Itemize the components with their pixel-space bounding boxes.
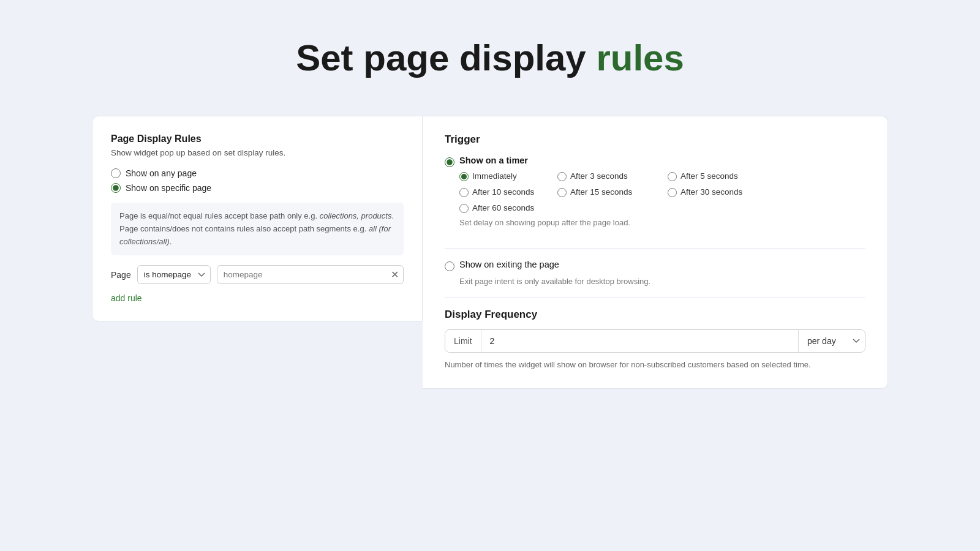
timer-after10-label: After 10 seconds [472,187,534,197]
left-panel-title: Page Display Rules [111,133,404,144]
show-on-timer-radio[interactable] [445,157,454,167]
left-panel: Page Display Rules Show widget pop up ba… [92,116,423,321]
timer-immediately-radio[interactable] [459,172,469,181]
timer-immediately-option[interactable]: Immediately [459,170,557,181]
timer-after60-label: After 60 seconds [472,203,534,212]
show-any-page-option[interactable]: Show on any page [111,168,404,178]
timer-after15-label: After 15 seconds [570,187,632,197]
display-freq-title: Display Frequency [445,309,865,321]
page-title: Set page display rules [296,37,684,79]
show-any-page-label: Show on any page [126,168,197,178]
freq-limit-value: 2 [481,330,798,352]
page-rule-description: Page is equal/not equal rules accept bas… [111,203,404,255]
display-frequency-section: Display Frequency Limit 2 per day per we… [445,309,865,371]
timer-after5-label: After 5 seconds [680,171,738,181]
show-specific-page-label: Show on specific page [126,183,211,193]
add-rule-link[interactable]: add rule [111,293,142,303]
page-value-wrapper: ✕ [217,265,404,284]
timer-after10-radio[interactable] [459,188,469,197]
freq-divider [445,297,865,298]
show-on-exit-radio[interactable] [445,261,454,271]
timer-after5-option[interactable]: After 5 seconds [668,170,778,181]
page-display-radio-group: Show on any page Show on specific page [111,168,404,193]
page-rule-row: Page is homepage ✕ [111,265,404,284]
timer-after5-radio[interactable] [668,172,677,181]
timer-after3-option[interactable]: After 3 seconds [557,170,668,181]
show-on-exit-option: Show on exiting the page Exit page inten… [445,260,865,286]
timer-after15-radio[interactable] [557,188,567,197]
page-field-label: Page [111,270,131,280]
page-condition-select[interactable]: is homepage [137,265,211,284]
show-specific-page-radio[interactable] [111,183,121,193]
trigger-section-title: Trigger [445,133,865,146]
clear-page-value-button[interactable]: ✕ [391,270,399,280]
timer-after30-radio[interactable] [668,188,677,197]
trigger-divider [445,248,865,249]
timer-after60-option[interactable]: After 60 seconds [459,202,557,213]
timer-options-grid: Immediately After 3 seconds After 5 seco… [459,170,778,213]
timer-after30-label: After 30 seconds [680,187,742,197]
timer-option-content: Show on a timer Immediately After 3 seco… [459,156,778,237]
show-any-page-radio[interactable] [111,168,121,178]
freq-limit-label: Limit [445,330,481,352]
freq-row: Limit 2 per day per week per month [445,329,865,353]
timer-hint: Set delay on showing popup after the pag… [459,218,778,227]
exit-hint: Exit page intent is only available for d… [459,277,650,286]
right-panel: Trigger Show on a timer Immediately A [423,116,888,389]
show-on-timer-label: Show on a timer [459,156,778,165]
left-panel-subtitle: Show widget pop up based on set display … [111,148,404,157]
timer-after3-radio[interactable] [557,172,567,181]
freq-hint: Number of times the widget will show on … [445,359,865,371]
timer-after10-option[interactable]: After 10 seconds [459,186,557,197]
timer-after15-option[interactable]: After 15 seconds [557,186,668,197]
exit-option-content: Show on exiting the page Exit page inten… [459,260,650,286]
show-on-exit-label: Show on exiting the page [459,260,650,269]
freq-period-select[interactable]: per day per week per month [798,330,865,352]
timer-after30-option[interactable]: After 30 seconds [668,186,778,197]
show-on-timer-option: Show on a timer Immediately After 3 seco… [445,156,865,237]
show-specific-page-option[interactable]: Show on specific page [111,183,404,193]
timer-after3-label: After 3 seconds [570,171,628,181]
timer-immediately-label: Immediately [472,171,517,181]
timer-after60-radio[interactable] [459,204,469,213]
page-value-input[interactable] [217,265,404,284]
